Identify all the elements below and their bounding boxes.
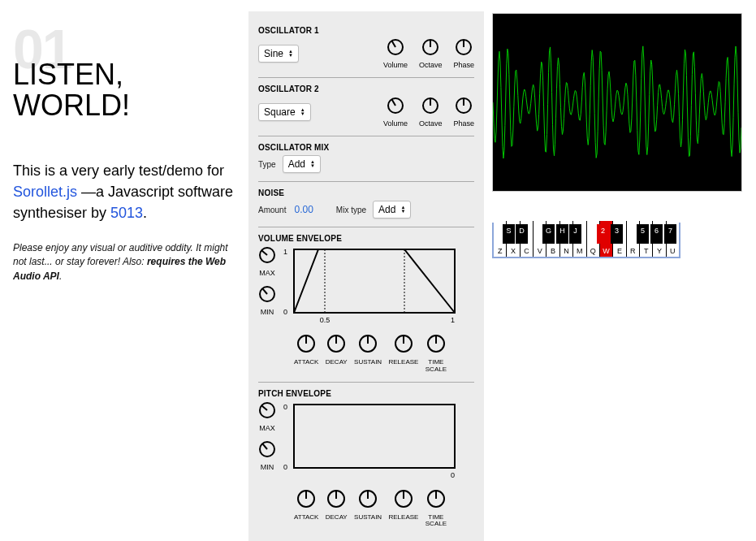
chevron-updown-icon: ▲▼ [288,50,293,58]
key-label: C [524,247,529,255]
svg-text:0: 0 [283,463,287,471]
oscilloscope [492,13,742,192]
vol-env-attack-knob[interactable] [296,334,316,357]
pitch-env-release-knob[interactable] [394,489,413,512]
osc1-volume-knob[interactable] [387,38,404,59]
knob-label: TIMESCALE [426,514,447,529]
vol-env-release-knob[interactable] [394,334,413,357]
vol-env-max-knob[interactable] [258,246,276,267]
black-key[interactable]: 7 [664,224,676,244]
osc2-octave-knob[interactable] [421,97,439,118]
key-label: U [670,247,676,255]
key-label: Z [498,247,503,255]
svg-text:0.5: 0.5 [320,316,330,324]
key-label: Y [657,247,662,255]
vol-env-sustain-knob[interactable] [358,334,378,357]
osc2-volume-knob[interactable] [387,97,404,118]
pitch-envelope-section: PITCH ENVELOPE MAX MIN 0 0 0 ATTACKDECAY… [258,383,474,537]
noise-amount-label: Amount [258,206,286,214]
page-title: LISTEN, WORLD! [13,59,240,121]
knob-label: MAX [259,424,275,432]
black-key[interactable]: S [503,224,515,244]
knob-label: RELEASE [389,359,419,366]
vol-env-decay-knob[interactable] [326,334,346,357]
black-key[interactable]: G [542,224,555,244]
svg-line-36 [262,444,267,449]
osc2-phase-knob[interactable] [455,97,473,118]
knob-label: ATTACK [294,359,318,366]
pitch-env-decay-knob[interactable] [326,489,346,512]
pitch-envelope-graph: 0 0 0 [283,401,460,479]
knob-label: MAX [259,269,275,277]
knob-label: SUSTAIN [354,514,382,522]
mix-type-label: Type [258,160,276,169]
osc1-phase-knob[interactable] [455,38,473,59]
key-label: B [551,247,555,255]
pitch-env-attack-knob[interactable] [296,489,316,512]
vol-env-time-scale-knob[interactable] [426,334,446,357]
vol-env-min-knob[interactable] [258,285,276,306]
noise-mixtype-select[interactable]: Add ▲▼ [373,201,411,219]
pitch-env-min-knob[interactable] [258,440,276,461]
knob-label: ATTACK [294,514,318,522]
black-key[interactable]: 5 [637,224,649,244]
mix-title: OSCILLATOR MIX [258,143,474,152]
mix-type-select[interactable]: Add ▲▼ [283,155,321,173]
svg-text:0: 0 [283,308,287,316]
knob-label: Octave [419,61,443,69]
knob-label: Octave [419,119,443,128]
noise-section: NOISE Amount 0.00 Mix type Add ▲▼ [258,182,474,227]
key-label: M [577,247,583,255]
knob-label: TIMESCALE [426,359,447,374]
pitch-env-max-knob[interactable] [258,401,276,422]
key-label: E [617,247,622,255]
svg-text:0: 0 [283,403,287,411]
noise-mixtype-label: Mix type [336,206,366,214]
key-label: N [564,247,569,255]
intro-text: This is a very early test/demo for Sorol… [13,160,240,223]
chevron-updown-icon: ▲▼ [310,160,315,168]
svg-text:1: 1 [451,316,455,324]
black-key[interactable]: 2 [597,224,609,244]
black-key[interactable]: J [569,224,581,244]
noise-amount-value[interactable]: 0.00 [294,204,313,215]
key-label: W [603,247,610,255]
pitch-env-title: PITCH ENVELOPE [258,389,474,398]
keyboard[interactable]: ZXCVBNMQWERTYU SDGHJ23567 [492,223,680,258]
key-label: X [511,247,516,255]
osc2-wave-value: Square [264,106,296,118]
knob-label: RELEASE [389,514,419,522]
knob-label: Volume [383,119,408,128]
svg-line-1 [391,41,395,47]
black-key[interactable]: 6 [650,224,663,244]
volume-envelope-graph: 1 0 0.5 1 [283,246,460,324]
black-key[interactable]: D [516,224,528,244]
knob-label: DECAY [326,514,348,522]
footnote: Please enjoy any visual or auditive oddi… [13,241,240,283]
osc1-octave-knob[interactable] [421,38,439,59]
pitch-env-sustain-knob[interactable] [358,489,378,512]
volume-envelope-section: VOLUME ENVELOPE MAX MIN 1 0 0.5 [258,227,474,383]
pitch-env-time-scale-knob[interactable] [426,489,446,512]
chevron-updown-icon: ▲▼ [300,108,305,116]
svg-line-34 [261,405,267,410]
black-key[interactable]: 3 [611,224,623,244]
svg-rect-16 [294,249,455,313]
osc1-title: OSCILLATOR 1 [258,26,474,35]
knob-label: SUSTAIN [354,359,382,366]
osc1-wave-value: Sine [264,48,283,59]
vol-env-title: VOLUME ENVELOPE [258,234,474,243]
author-link[interactable]: 5013 [110,205,143,221]
oscillator-1-section: OSCILLATOR 1 Sine ▲▼ Volume Octave Phase [258,19,474,78]
knob-label: MIN [261,463,274,471]
noise-title: NOISE [258,188,474,197]
black-key[interactable]: H [556,224,568,244]
key-label: T [644,247,649,255]
knob-label: DECAY [326,359,348,366]
osc2-wave-select[interactable]: Square ▲▼ [258,103,311,121]
osc1-wave-select[interactable]: Sine ▲▼ [258,45,299,63]
key-label: V [538,247,542,255]
svg-line-7 [391,99,395,106]
key-label: R [630,247,636,255]
sorollet-link[interactable]: Sorollet.js [13,184,77,200]
